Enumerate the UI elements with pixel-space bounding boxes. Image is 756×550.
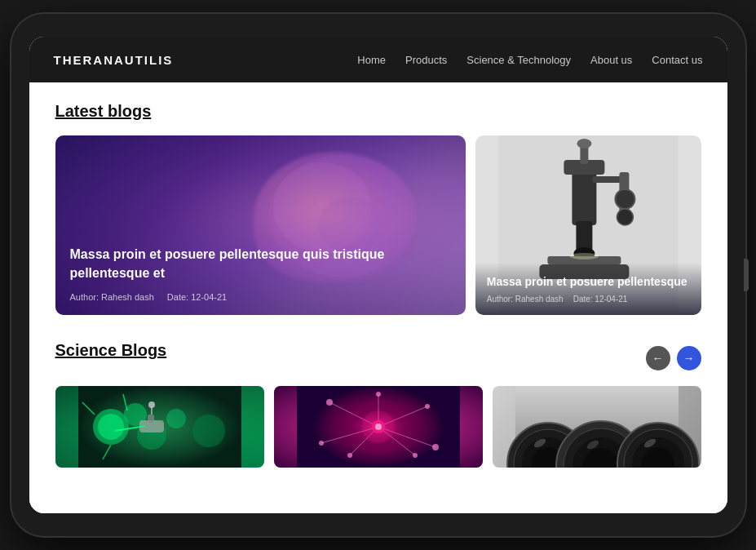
svg-point-45 bbox=[425, 404, 430, 409]
nav-link-science[interactable]: Science & Technology bbox=[466, 54, 571, 66]
svg-point-23 bbox=[166, 409, 186, 428]
nav-menu: Home Products Science & Technology About… bbox=[357, 52, 702, 67]
large-card-meta: Author: Rahesh dash Date: 12-04-21 bbox=[70, 292, 451, 302]
svg-point-47 bbox=[432, 444, 439, 450]
nav-item-science[interactable]: Science & Technology bbox=[466, 52, 571, 67]
svg-point-31 bbox=[148, 401, 155, 408]
brand-logo: THERANAUTILIS bbox=[54, 53, 174, 67]
large-card-content: Massa proin et posuere pellentesque quis… bbox=[55, 233, 466, 315]
svg-point-50 bbox=[413, 453, 418, 458]
svg-point-49 bbox=[347, 453, 352, 458]
nav-link-about[interactable]: About us bbox=[590, 54, 632, 66]
blog-card-small[interactable]: Massa proin et posuere pellentesque Auth… bbox=[475, 135, 701, 315]
neural-illustration bbox=[274, 386, 483, 468]
svg-point-24 bbox=[192, 415, 225, 447]
carousel-nav: ← → bbox=[646, 346, 701, 370]
tablet-frame: THERANAUTILIS Home Products Science & Te… bbox=[11, 14, 745, 536]
small-card-date: Date: 12-04-21 bbox=[573, 295, 628, 304]
carousel-prev-button[interactable]: ← bbox=[646, 346, 670, 370]
tablet-screen: THERANAUTILIS Home Products Science & Te… bbox=[29, 37, 727, 513]
svg-point-7 bbox=[577, 139, 591, 149]
small-card-author: Author: Rahesh dash bbox=[487, 295, 564, 304]
svg-point-48 bbox=[376, 392, 381, 397]
nav-item-about[interactable]: About us bbox=[590, 52, 632, 67]
small-card-overlay: Massa proin et posuere pellentesque Auth… bbox=[475, 263, 701, 315]
svg-point-14 bbox=[615, 189, 634, 209]
latest-blogs-section: Latest blogs Massa proin et posuere pell… bbox=[55, 102, 701, 315]
science-blogs-title: Science Blogs bbox=[55, 341, 167, 360]
svg-point-16 bbox=[569, 253, 599, 259]
side-button[interactable] bbox=[744, 259, 749, 291]
svg-point-44 bbox=[326, 399, 333, 406]
small-card-title: Massa proin et posuere pellentesque bbox=[487, 274, 690, 290]
science-blogs-header: Science Blogs ← → bbox=[55, 341, 701, 375]
main-content: Latest blogs Massa proin et posuere pell… bbox=[29, 82, 727, 513]
carousel-next-button[interactable]: → bbox=[677, 346, 701, 370]
nav-link-home[interactable]: Home bbox=[357, 54, 386, 66]
svg-point-20 bbox=[98, 414, 124, 440]
bacteria-illustration bbox=[55, 386, 264, 468]
science-card-neural[interactable] bbox=[274, 386, 483, 468]
large-card-date: Date: 12-04-21 bbox=[167, 292, 227, 302]
science-blogs-grid bbox=[55, 386, 701, 468]
science-card-microscope[interactable] bbox=[493, 386, 701, 468]
svg-point-46 bbox=[319, 441, 324, 446]
nav-item-products[interactable]: Products bbox=[405, 52, 447, 67]
science-blogs-section: Science Blogs ← → bbox=[55, 341, 701, 468]
nav-item-home[interactable]: Home bbox=[357, 52, 386, 67]
latest-blogs-grid: Massa proin et posuere pellentesque quis… bbox=[55, 135, 701, 315]
large-card-title: Massa proin et posuere pellentesque quis… bbox=[70, 246, 451, 282]
science-card-bacteria[interactable] bbox=[55, 386, 264, 468]
microscope-lenses-illustration bbox=[493, 386, 701, 468]
blog-card-large[interactable]: Massa proin et posuere pellentesque quis… bbox=[55, 135, 466, 315]
navbar: THERANAUTILIS Home Products Science & Te… bbox=[29, 37, 727, 82]
svg-point-52 bbox=[350, 398, 407, 455]
small-card-meta: Author: Rahesh dash Date: 12-04-21 bbox=[487, 295, 690, 304]
latest-blogs-title: Latest blogs bbox=[55, 102, 701, 121]
nav-link-products[interactable]: Products bbox=[405, 54, 447, 66]
large-card-author: Author: Rahesh dash bbox=[70, 292, 154, 302]
nav-item-contact[interactable]: Contact us bbox=[652, 52, 702, 67]
svg-point-15 bbox=[617, 209, 633, 225]
svg-rect-29 bbox=[148, 415, 154, 423]
nav-link-contact[interactable]: Contact us bbox=[652, 54, 702, 66]
